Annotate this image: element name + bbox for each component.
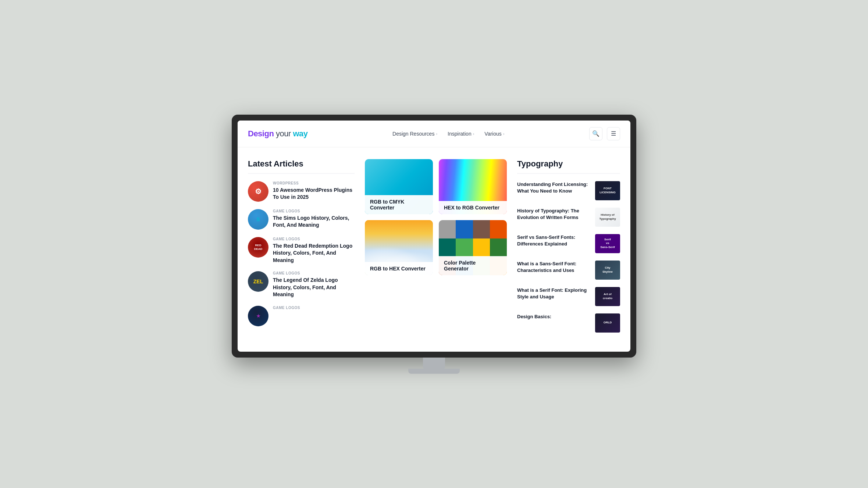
typo-thumb-text: History of Typography	[599, 213, 616, 221]
typo-item-title: What is a Sans-Serif Font: Characteristi…	[517, 261, 591, 274]
articles-section-title: Latest Articles	[248, 159, 355, 174]
nav-design-resources[interactable]: Design Resources ›	[392, 131, 437, 137]
logo-way: way	[291, 129, 308, 138]
typo-item-title: Design Basics:	[517, 313, 591, 320]
sims-icon: S	[248, 209, 268, 230]
article-meta: GAME LOGOS The Sims Logo History, Colors…	[273, 209, 355, 229]
tool-label-rgb-hex: RGB to HEX Converter	[365, 262, 433, 275]
article-category: WORDPRESS	[273, 181, 355, 185]
tool-label-hex-rgb: HEX to RGB Converter	[439, 201, 507, 214]
typo-content: Design Basics:	[517, 313, 591, 320]
nav-various-label: Various	[484, 131, 501, 137]
palette-swatch	[439, 220, 456, 238]
article-title: The Sims Logo History, Colors, Font, And…	[273, 215, 355, 229]
nav-inspiration-label: Inspiration	[448, 131, 472, 137]
list-item[interactable]: Understanding Font Licensing: What You N…	[517, 181, 620, 200]
monitor-stand	[408, 358, 460, 374]
wordpress-icon: ⚙	[248, 181, 268, 202]
typo-content: History of Typography: The Evolution of …	[517, 208, 591, 221]
search-icon: 🔍	[592, 130, 600, 137]
menu-button[interactable]: ☰	[607, 127, 620, 140]
nav-inspiration[interactable]: Inspiration ›	[448, 131, 474, 137]
navbar: Design your way Design Resources › Inspi…	[238, 121, 630, 147]
typo-thumb-design-basics: ORLD	[595, 313, 620, 333]
typo-thumb-text: Serif vs Sans-Serif	[600, 238, 615, 249]
typo-content: What is a Serif Font: Exploring Style an…	[517, 287, 591, 300]
list-item[interactable]: ★ GAME LOGOS	[248, 306, 355, 326]
search-button[interactable]: 🔍	[589, 127, 602, 140]
tool-card-palette[interactable]: Color Palette Generator	[439, 220, 507, 275]
typo-content: Understanding Font Licensing: What You N…	[517, 181, 591, 194]
list-item[interactable]: ZEL GAME LOGOS The Legend Of Zelda Logo …	[248, 271, 355, 298]
logo-your: your	[274, 129, 291, 138]
typo-item-title: Understanding Font Licensing: What You N…	[517, 181, 591, 194]
list-item[interactable]: What is a Serif Font: Exploring Style an…	[517, 287, 620, 306]
site-logo[interactable]: Design your way	[248, 129, 307, 139]
article-thumb-wordpress: ⚙	[248, 181, 268, 202]
article-meta: GAME LOGOS The Legend Of Zelda Logo Hist…	[273, 271, 355, 298]
articles-section: Latest Articles ⚙ WORDPRESS 10 Awesome W…	[248, 159, 355, 340]
nav-design-resources-arrow: ›	[436, 132, 437, 136]
tools-section: RGB to CMYK Converter HEX to RGB Convert…	[365, 159, 507, 340]
list-item[interactable]: History of Typography: The Evolution of …	[517, 208, 620, 227]
palette-swatch	[456, 220, 473, 238]
article-thumb-game: ★	[248, 306, 268, 326]
nav-various-arrow: ›	[503, 132, 505, 136]
logo-design: Design	[248, 129, 274, 138]
palette-swatch	[439, 238, 456, 257]
palette-swatch	[473, 238, 490, 257]
palette-swatch	[473, 220, 490, 238]
typo-item-title: Serif vs Sans-Serif Fonts: Differences E…	[517, 234, 591, 247]
list-item[interactable]: ⚙ WORDPRESS 10 Awesome WordPress Plugins…	[248, 181, 355, 202]
article-title: The Legend Of Zelda Logo History, Colors…	[273, 277, 355, 298]
tool-label-rgb-cmyk: RGB to CMYK Converter	[365, 195, 433, 214]
typo-thumb-text: FONT LICENSING	[600, 187, 616, 194]
stand-base	[408, 369, 460, 374]
typo-thumb-text: ORLD	[604, 321, 612, 324]
zelda-icon: ZEL	[248, 271, 268, 292]
palette-swatch	[490, 220, 507, 238]
typo-thumb-history: History of Typography	[595, 208, 620, 227]
typography-section: Typography Understanding Font Licensing:…	[517, 159, 620, 340]
nav-inspiration-arrow: ›	[473, 132, 474, 136]
tool-card-hex-rgb[interactable]: HEX to RGB Converter	[439, 159, 507, 214]
typo-content: Serif vs Sans-Serif Fonts: Differences E…	[517, 234, 591, 247]
palette-swatch	[490, 238, 507, 257]
list-item[interactable]: REDDEAD GAME LOGOS The Red Dead Redempti…	[248, 237, 355, 264]
typo-thumb-text: City Skyline	[602, 266, 613, 274]
nav-design-resources-label: Design Resources	[392, 131, 434, 137]
tool-label-palette: Color Palette Generator	[439, 256, 507, 275]
article-meta: GAME LOGOS The Red Dead Redemption Logo …	[273, 237, 355, 264]
game-icon: ★	[248, 306, 268, 326]
typo-thumb-text: Art of creatio	[603, 293, 612, 300]
list-item[interactable]: What is a Sans-Serif Font: Characteristi…	[517, 261, 620, 280]
article-meta: WORDPRESS 10 Awesome WordPress Plugins T…	[273, 181, 355, 201]
article-title: 10 Awesome WordPress Plugins To Use in 2…	[273, 187, 355, 201]
typo-item-title: History of Typography: The Evolution of …	[517, 208, 591, 221]
hamburger-icon: ☰	[611, 130, 616, 137]
article-meta: GAME LOGOS	[273, 306, 355, 311]
nav-links: Design Resources › Inspiration › Various…	[392, 131, 504, 137]
nav-actions: 🔍 ☰	[589, 127, 620, 140]
article-category: GAME LOGOS	[273, 306, 355, 310]
article-title: The Red Dead Redemption Logo History, Co…	[273, 243, 355, 264]
list-item[interactable]: Design Basics: ORLD	[517, 313, 620, 333]
typo-thumb-art: Art of creatio	[595, 287, 620, 306]
article-thumb-sims: S	[248, 209, 268, 230]
article-category: GAME LOGOS	[273, 237, 355, 241]
typo-thumb-sans-serif: City Skyline	[595, 261, 620, 280]
list-item[interactable]: Serif vs Sans-Serif Fonts: Differences E…	[517, 234, 620, 253]
article-category: GAME LOGOS	[273, 271, 355, 275]
main-content: Latest Articles ⚙ WORDPRESS 10 Awesome W…	[238, 147, 630, 352]
stand-neck	[423, 358, 445, 369]
article-thumb-zelda: ZEL	[248, 271, 268, 292]
typo-thumb-serif: Serif vs Sans-Serif	[595, 234, 620, 253]
list-item[interactable]: S GAME LOGOS The Sims Logo History, Colo…	[248, 209, 355, 230]
nav-various[interactable]: Various ›	[484, 131, 504, 137]
article-thumb-rdr: REDDEAD	[248, 237, 268, 258]
tool-card-rgb-cmyk[interactable]: RGB to CMYK Converter	[365, 159, 433, 214]
typo-thumb-font-licensing: FONT LICENSING	[595, 181, 620, 200]
typo-item-title: What is a Serif Font: Exploring Style an…	[517, 287, 591, 300]
tool-card-rgb-hex[interactable]: RGB to HEX Converter	[365, 220, 433, 275]
typo-content: What is a Sans-Serif Font: Characteristi…	[517, 261, 591, 274]
